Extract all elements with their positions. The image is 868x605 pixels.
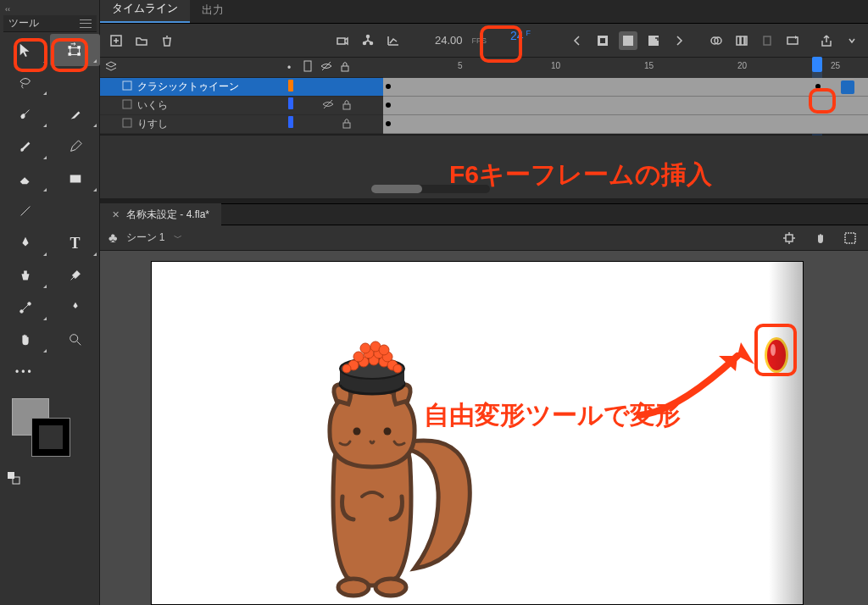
lock-column-icon[interactable] bbox=[336, 59, 354, 75]
svg-rect-47 bbox=[845, 233, 855, 243]
text-tool[interactable]: T bbox=[50, 227, 100, 259]
tools-panel-header: ツール bbox=[3, 15, 97, 32]
empty-tool-1 bbox=[50, 66, 100, 98]
classic-brush-tool[interactable] bbox=[50, 98, 100, 130]
svg-rect-36 bbox=[123, 81, 131, 90]
layer-outline[interactable] bbox=[300, 116, 319, 132]
document-filename: 名称未設定 - 4.fla* bbox=[126, 208, 209, 222]
frames-row[interactable] bbox=[383, 97, 868, 115]
ruler-tick: 20 bbox=[737, 61, 747, 70]
panel-menu-icon[interactable] bbox=[80, 19, 92, 28]
collapse-panel-icon[interactable]: ‹‹ bbox=[5, 5, 10, 14]
layer-lock[interactable] bbox=[337, 116, 356, 132]
rectangle-tool[interactable] bbox=[50, 163, 100, 195]
export-icon[interactable] bbox=[817, 31, 836, 50]
stop-icon[interactable] bbox=[593, 31, 612, 50]
svg-rect-32 bbox=[787, 37, 798, 44]
eraser-tool[interactable] bbox=[0, 163, 50, 195]
fps-value[interactable]: 24.00 bbox=[435, 34, 463, 47]
tab-timeline[interactable]: タイムライン bbox=[100, 0, 190, 23]
marker-icon[interactable] bbox=[758, 31, 776, 50]
layer-name[interactable]: りすし bbox=[137, 117, 281, 131]
timeline-scrollbar[interactable] bbox=[371, 185, 490, 193]
timeline-ruler[interactable]: 5 10 15 20 25 bbox=[383, 58, 868, 78]
blank-keyframe-icon[interactable] bbox=[644, 31, 663, 50]
bone-tool[interactable] bbox=[0, 291, 50, 324]
stage-center-icon[interactable] bbox=[780, 229, 798, 247]
pencil-tool[interactable] bbox=[50, 130, 100, 163]
layer-color[interactable] bbox=[281, 116, 300, 132]
timeline-menu-icon[interactable] bbox=[843, 31, 861, 50]
paint-brush-tool[interactable] bbox=[0, 130, 50, 163]
highlight-column-icon[interactable]: • bbox=[280, 62, 298, 74]
camera-icon[interactable] bbox=[333, 31, 352, 50]
layer-visibility[interactable] bbox=[319, 97, 337, 114]
canvas-art-squirrel[interactable] bbox=[262, 340, 482, 602]
frame-graph-icon[interactable] bbox=[384, 31, 403, 50]
frames-row[interactable] bbox=[383, 115, 868, 134]
selection-tool[interactable] bbox=[0, 34, 50, 66]
svg-rect-12 bbox=[8, 472, 14, 479]
swap-colors-icon[interactable] bbox=[7, 471, 20, 485]
layer-outline[interactable] bbox=[300, 80, 319, 94]
svg-point-64 bbox=[360, 343, 370, 353]
edit-multiple-icon[interactable] bbox=[732, 31, 751, 50]
pin-tool[interactable] bbox=[50, 291, 100, 324]
delete-icon[interactable] bbox=[158, 31, 176, 50]
scene-home-icon[interactable]: ♣ bbox=[108, 230, 118, 246]
fluid-brush-tool[interactable] bbox=[0, 98, 50, 130]
stage-viewport[interactable] bbox=[100, 251, 868, 605]
keyframe-mode-icon[interactable]: A bbox=[619, 31, 637, 50]
tab-output[interactable]: 出力 bbox=[190, 0, 236, 23]
layer-lock[interactable] bbox=[337, 97, 356, 114]
layer-color[interactable] bbox=[281, 80, 300, 94]
timeline-frames[interactable] bbox=[383, 78, 868, 134]
lasso-tool[interactable] bbox=[0, 66, 50, 98]
layer-outline[interactable] bbox=[300, 97, 319, 114]
onion-skin-icon[interactable] bbox=[707, 31, 726, 50]
document-tab[interactable]: ✕ 名称未設定 - 4.fla* bbox=[100, 203, 221, 226]
svg-point-48 bbox=[338, 579, 369, 596]
stage-clip-icon[interactable] bbox=[841, 229, 860, 247]
canvas-art-red-bean[interactable] bbox=[762, 335, 791, 375]
stage-rotate-icon[interactable] bbox=[810, 229, 829, 247]
zoom-tool[interactable] bbox=[50, 324, 100, 356]
scene-name[interactable]: シーン 1 bbox=[126, 230, 165, 245]
hand-tool[interactable] bbox=[0, 324, 50, 356]
pen-tool[interactable] bbox=[0, 227, 50, 259]
eyedropper-tool[interactable] bbox=[50, 259, 100, 291]
outline-column-icon[interactable] bbox=[298, 59, 317, 75]
frames-row[interactable] bbox=[383, 78, 868, 97]
line-tool[interactable] bbox=[0, 195, 50, 227]
empty-tool-2 bbox=[50, 195, 100, 227]
layer-graph-icon[interactable] bbox=[359, 31, 377, 50]
svg-rect-40 bbox=[123, 119, 131, 127]
scene-dropdown-icon[interactable]: ﹀ bbox=[174, 232, 182, 244]
panel-tabs: タイムライン 出力 bbox=[100, 0, 868, 24]
current-frame-display[interactable]: 24 F bbox=[507, 25, 541, 56]
layer-name[interactable]: いくら bbox=[137, 98, 281, 113]
close-tab-icon[interactable]: ✕ bbox=[112, 209, 120, 220]
free-transform-tool[interactable] bbox=[50, 34, 100, 66]
more-tools-icon[interactable]: ••• bbox=[0, 356, 100, 388]
prev-frame-icon[interactable] bbox=[568, 31, 587, 50]
layer-lock[interactable] bbox=[337, 80, 356, 94]
tools-panel-title: ツール bbox=[8, 16, 39, 31]
layer-color[interactable] bbox=[281, 97, 300, 114]
next-frame-icon[interactable] bbox=[670, 31, 688, 50]
add-keyframe-icon[interactable] bbox=[107, 31, 125, 50]
stage-canvas[interactable] bbox=[151, 261, 804, 605]
stroke-color-swatch[interactable] bbox=[32, 419, 70, 456]
main-area: タイムライン 出力 24.00 FPS 24 F A bbox=[100, 0, 868, 605]
layer-visibility[interactable] bbox=[319, 116, 337, 132]
svg-point-49 bbox=[376, 579, 406, 596]
visibility-column-icon[interactable] bbox=[317, 59, 336, 75]
new-folder-icon[interactable] bbox=[132, 31, 151, 50]
layer-visibility[interactable] bbox=[319, 80, 337, 94]
loop-icon[interactable] bbox=[783, 31, 802, 50]
svg-point-50 bbox=[353, 428, 361, 436]
layer-name[interactable]: クラシックトゥイーン bbox=[137, 80, 281, 94]
ink-bottle-tool[interactable] bbox=[0, 259, 50, 291]
layers-icon[interactable] bbox=[100, 59, 122, 75]
svg-text:A: A bbox=[626, 37, 631, 45]
